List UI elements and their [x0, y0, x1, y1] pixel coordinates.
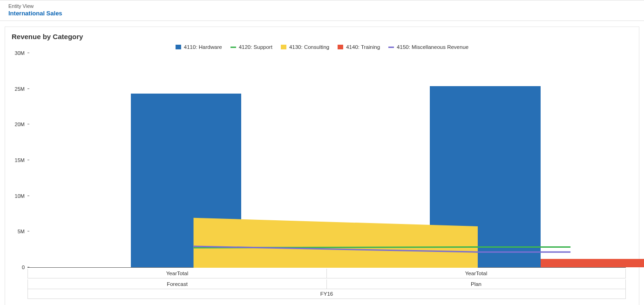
legend-item-support[interactable]: 4120: Support — [230, 44, 272, 50]
x-axis-row-2: Forecast Plan — [27, 279, 626, 289]
y-tick-label: 0 — [10, 264, 25, 270]
breadcrumb[interactable]: Entity View — [8, 3, 636, 9]
bar-training[interactable] — [541, 259, 644, 267]
legend-label: 4110: Hardware — [184, 44, 222, 50]
legend-item-consulting[interactable]: 4130: Consulting — [281, 44, 329, 50]
bar-hardware[interactable] — [131, 94, 242, 267]
legend-item-training[interactable]: 4140: Training — [338, 44, 380, 50]
x-axis-parent: FY16 — [27, 289, 626, 299]
legend: 4110: Hardware 4120: Support 4130: Consu… — [9, 44, 635, 50]
legend-item-misc[interactable]: 4150: Miscellaneous Revenue — [388, 44, 468, 50]
chart-title: Revenue by Category — [12, 33, 635, 41]
legend-label: 4150: Miscellaneous Revenue — [397, 44, 468, 50]
legend-item-hardware[interactable]: 4110: Hardware — [176, 44, 222, 50]
legend-label: 4120: Support — [239, 44, 272, 50]
page-header: Entity View International Sales — [0, 0, 644, 21]
swatch-icon — [388, 47, 394, 48]
y-tick-label: 20M — [10, 122, 25, 127]
y-tick-label: 10M — [10, 193, 25, 199]
bar-training[interactable] — [241, 259, 352, 267]
swatch-icon — [230, 47, 236, 48]
x-group-0: Forecast — [27, 279, 327, 289]
y-tick-label: 5M — [10, 229, 25, 234]
chart-panel: Revenue by Category 4110: Hardware 4120:… — [5, 27, 639, 305]
y-tick-label: 15M — [10, 157, 25, 163]
entity-title[interactable]: International Sales — [8, 10, 636, 17]
legend-label: 4140: Training — [346, 44, 380, 50]
bar-hardware[interactable] — [430, 86, 541, 267]
swatch-icon — [281, 45, 286, 49]
swatch-icon — [338, 45, 343, 49]
legend-label: 4130: Consulting — [289, 44, 329, 50]
x-group-1: Plan — [327, 279, 626, 289]
y-tick-label: 30M — [10, 50, 25, 56]
x-category-0: YearTotal — [27, 269, 327, 278]
x-axis-row-1: YearTotal YearTotal — [27, 269, 626, 278]
swatch-icon — [176, 45, 181, 49]
x-category-1: YearTotal — [327, 269, 626, 278]
chart-plot-area: 05M10M15M20M25M30M — [27, 54, 626, 268]
y-tick-label: 25M — [10, 86, 25, 92]
